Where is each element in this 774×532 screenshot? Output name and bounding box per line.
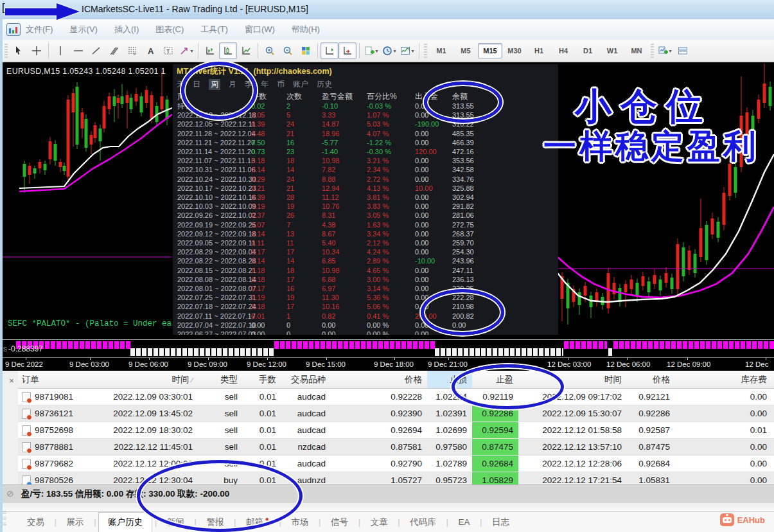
timeframe-w1[interactable]: W1 xyxy=(600,43,624,58)
stats-tab-历史[interactable]: 历史 xyxy=(317,79,332,90)
line-chart-icon[interactable] xyxy=(237,42,255,59)
label-icon[interactable]: T xyxy=(159,42,177,59)
cell-sl: 1.02699 xyxy=(427,422,472,438)
terminal-tab-ea[interactable]: EA xyxy=(450,515,477,529)
history-column-header[interactable]: 类型 xyxy=(198,371,243,388)
time-axis-label: 9 Dec 12:00 xyxy=(247,360,286,368)
crosshair-icon[interactable] xyxy=(28,42,46,59)
cell-lots: 0.01 xyxy=(243,439,281,455)
history-header-row[interactable]: 订单时间 ∕类型手数交易品种价格止损止盈时间价格库存费 xyxy=(18,371,774,389)
title-bar[interactable]: [ ICMarketsSC-Live11 - Raw Trading Ltd -… xyxy=(0,0,774,20)
cell-tp: 0.92684 xyxy=(472,456,518,472)
timeframe-d1[interactable]: D1 xyxy=(576,43,600,58)
chart-shift-icon[interactable] xyxy=(321,42,339,59)
history-table-row[interactable]: 987788812022.12.12 11:45:01sell0.01nzdca… xyxy=(18,439,774,456)
auto-scroll-icon[interactable] xyxy=(339,42,356,59)
terminal-tab-日志[interactable]: 日志 xyxy=(484,514,517,531)
menu-item[interactable]: 图表(C) xyxy=(155,24,184,35)
history-column-header[interactable]: 订单 xyxy=(18,371,101,388)
dock-handle-icon: ⁞⁞⁞⁞⁞⁞⁞⁞⁞ xyxy=(3,510,15,529)
stats-row: 2022.11.28 ~ 2022.12.040.482118.964.07 %… xyxy=(173,129,558,138)
stats-tab-账户[interactable]: 账户 xyxy=(293,79,308,90)
terminal-tab-信号[interactable]: 信号 xyxy=(323,514,356,531)
close-icon[interactable]: × xyxy=(6,376,17,386)
menu-item[interactable]: 插入(I) xyxy=(114,24,139,35)
menu-item[interactable]: 窗口(W) xyxy=(245,24,275,35)
menu-item[interactable]: 显示(V) xyxy=(70,24,98,35)
window-title: ICMarketsSC-Live11 - Raw Trading Ltd - [… xyxy=(82,4,308,14)
tile-windows-icon[interactable] xyxy=(297,42,315,59)
cursor-icon[interactable] xyxy=(10,42,28,59)
zoom-out-icon[interactable] xyxy=(279,42,297,59)
vertical-line-icon[interactable] xyxy=(51,42,69,59)
order-number: 98778881 xyxy=(35,439,73,455)
new-order-icon[interactable]: ▾ xyxy=(362,42,380,59)
terminal-tab-代码库[interactable]: 代码库 xyxy=(402,514,444,531)
cell-sl: 0.97580 xyxy=(427,439,472,455)
terminal-tab-账户历史[interactable]: 账户历史 xyxy=(98,512,152,532)
history-column-header[interactable]: 交易品种 xyxy=(281,371,331,388)
terminal-tab-新闻[interactable]: 新闻 xyxy=(159,514,192,531)
history-table-row[interactable]: 987526982022.12.09 18:30:02sell0.01audca… xyxy=(18,422,774,439)
cell-tp: 0.92119 xyxy=(472,389,518,405)
timeframe-m15[interactable]: M15 xyxy=(478,43,502,58)
terminal-tab-文章[interactable]: 文章 xyxy=(363,514,396,531)
stats-tab-季[interactable]: 季 xyxy=(245,79,252,90)
timeframe-m5[interactable]: M5 xyxy=(453,43,478,58)
channel-icon[interactable] xyxy=(105,42,123,59)
stats-tab-币[interactable]: 币 xyxy=(277,79,285,90)
timeframe-h1[interactable]: H1 xyxy=(527,43,551,58)
history-table-row[interactable]: 987796822022.12.12 12:00:03sell0.01audca… xyxy=(18,456,774,472)
zoom-in-icon[interactable] xyxy=(261,42,279,59)
text-icon[interactable]: A xyxy=(141,42,159,59)
profiles-icon[interactable] xyxy=(674,42,692,59)
timeframe-h4[interactable]: H4 xyxy=(551,43,576,58)
timeframe-m30[interactable]: M30 xyxy=(502,43,527,58)
history-column-header[interactable]: 价格 xyxy=(331,371,427,388)
stats-tab-日[interactable]: 日 xyxy=(193,79,200,90)
candle-chart-icon[interactable] xyxy=(219,42,237,59)
arrow-objects-icon[interactable]: ▾ xyxy=(177,42,195,59)
cell-type: sell xyxy=(198,405,243,421)
terminal-tab-邮箱[interactable]: 邮箱 ● xyxy=(238,513,277,531)
history-column-header[interactable]: 手数 xyxy=(243,371,281,388)
histogram-segment xyxy=(274,341,435,349)
stats-row: 2022.10.03 ~ 2022.10.090.191910.763.83 %… xyxy=(173,202,558,211)
timeframe-m1[interactable]: M1 xyxy=(429,43,453,58)
history-column-header[interactable]: 止盈 xyxy=(472,371,518,388)
cell-price: 0.87581 xyxy=(331,439,427,455)
bar-chart-icon[interactable] xyxy=(201,42,219,59)
history-column-header[interactable]: 库存费 xyxy=(675,371,772,388)
stats-tab-月[interactable]: 月 xyxy=(229,79,236,90)
stats-column-header: 百分比% xyxy=(367,91,415,102)
history-column-header[interactable]: 时间 ∕ xyxy=(101,371,198,388)
fibonacci-icon[interactable]: F xyxy=(123,42,141,59)
horizontal-line-icon[interactable] xyxy=(69,42,87,59)
cell-price: 0.92228 xyxy=(331,389,427,405)
cell-tp: 0.87475 xyxy=(472,439,518,455)
history-table-row[interactable]: 987361212022.12.09 13:45:02sell0.01audca… xyxy=(18,405,774,422)
terminal-tab-展示[interactable]: 展示 xyxy=(59,514,92,531)
menu-item[interactable]: 文件(F) xyxy=(26,24,53,35)
time-axis[interactable]: 9 Dec 20229 Dec 03:009 Dec 06:009 Dec 09… xyxy=(0,357,774,371)
stats-tab-天[interactable]: 天 xyxy=(177,79,184,90)
history-column-header[interactable]: 价格 xyxy=(627,371,675,388)
terminal-tab-警报[interactable]: 警报 xyxy=(198,514,231,531)
cell-swap: 0.00 xyxy=(675,439,772,455)
stats-tab-年[interactable]: 年 xyxy=(261,79,268,90)
trendline-icon[interactable] xyxy=(87,42,105,59)
menu-item[interactable]: 帮助(H) xyxy=(292,24,320,35)
period-clock-icon[interactable]: ▾ xyxy=(380,42,398,59)
menu-item[interactable]: 工具(T) xyxy=(200,24,228,35)
account-history-table: 订单时间 ∕类型手数交易品种价格止损止盈时间价格库存费987190812022.… xyxy=(18,371,774,489)
terminal-tab-市场[interactable]: 市场 xyxy=(283,514,316,531)
indicators-icon[interactable]: ▾ xyxy=(398,42,416,59)
stats-tab-周[interactable]: 周 xyxy=(209,79,220,90)
statistics-panel-title: MT4river统计 V1.11 (http://chaokes.com) xyxy=(173,64,558,78)
new-chart-icon[interactable]: ▾ xyxy=(656,42,674,59)
history-table-row[interactable]: 987190812022.12.09 03:30:01sell0.01audca… xyxy=(18,389,774,405)
timeframe-mn[interactable]: MN xyxy=(624,43,649,58)
history-column-header[interactable]: 止损 xyxy=(427,371,472,388)
terminal-tab-交易[interactable]: 交易 xyxy=(19,514,52,531)
history-column-header[interactable]: 时间 xyxy=(518,371,627,388)
